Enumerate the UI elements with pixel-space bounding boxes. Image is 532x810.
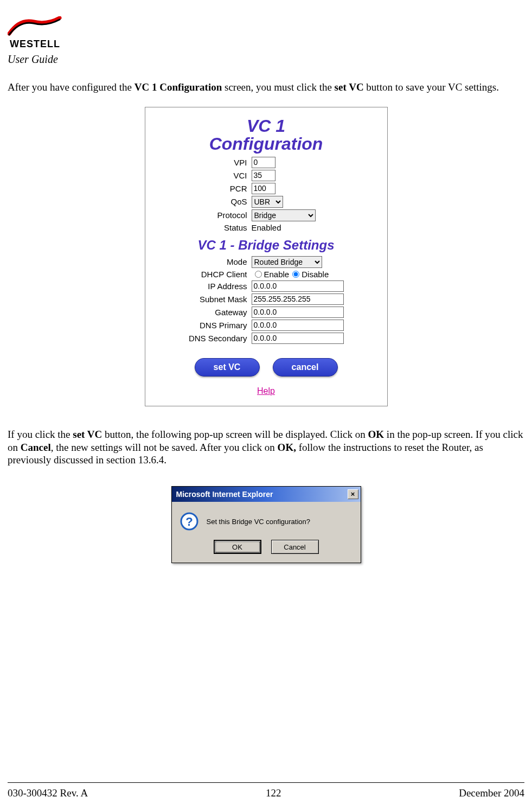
intro-paragraph-1: After you have configured the VC 1 Confi… [8, 81, 524, 94]
gateway-label: Gateway [151, 308, 252, 317]
dns1-label: DNS Primary [151, 321, 252, 330]
brand-name: WESTELL [10, 39, 524, 50]
panel-subtitle: VC 1 - Bridge Settings [151, 238, 382, 253]
panel-title: VC 1 Configuration [151, 117, 382, 154]
dialog-title: Microsoft Internet Explorer [176, 490, 273, 499]
dhcp-disable-label: Disable [302, 270, 329, 279]
intro-paragraph-2: If you click the set VC button, the foll… [8, 428, 524, 467]
vc1-config-panel: VC 1 Configuration VPI VCI PCR QoS UBR P… [145, 107, 388, 406]
ip-label: IP Address [151, 282, 252, 291]
dns1-input[interactable] [252, 320, 344, 331]
dialog-cancel-button[interactable]: Cancel [271, 540, 319, 554]
dialog-message: Set this Bridge VC configuration? [207, 518, 311, 526]
set-vc-button[interactable]: set VC [195, 358, 260, 377]
mode-select[interactable]: Routed Bridge [252, 256, 322, 268]
vci-input[interactable] [252, 170, 275, 181]
pcr-label: PCR [151, 184, 252, 193]
svg-text:?: ? [185, 515, 193, 528]
swoosh-icon [8, 16, 62, 38]
protocol-select[interactable]: Bridge [252, 209, 316, 221]
close-icon[interactable]: × [348, 489, 358, 499]
pcr-input[interactable] [252, 183, 275, 194]
question-icon: ? [180, 512, 199, 531]
subnet-label: Subnet Mask [151, 295, 252, 304]
vpi-label: VPI [151, 158, 252, 167]
ie-confirm-dialog: Microsoft Internet Explorer × ? Set this… [171, 486, 361, 563]
qos-select[interactable]: UBR [252, 196, 283, 208]
dhcp-enable-radio[interactable] [255, 271, 262, 278]
page-footer: 030-300432 Rev. A 122 December 2004 [8, 782, 524, 799]
mode-label: Mode [151, 257, 252, 266]
status-value: Enabled [252, 223, 281, 232]
brand-logo: WESTELL [8, 16, 524, 50]
ip-input[interactable] [252, 280, 344, 292]
help-link[interactable]: Help [151, 386, 382, 396]
qos-label: QoS [151, 197, 252, 206]
dns2-label: DNS Secondary [151, 334, 252, 343]
gateway-input[interactable] [252, 307, 344, 318]
vpi-input[interactable] [252, 157, 275, 168]
footer-right: December 2004 [459, 787, 524, 799]
doc-label: User Guide [8, 53, 524, 66]
dhcp-disable-radio[interactable] [292, 271, 299, 278]
dialog-titlebar: Microsoft Internet Explorer × [172, 487, 361, 502]
protocol-label: Protocol [151, 211, 252, 220]
dhcp-enable-label: Enable [264, 270, 290, 279]
status-label: Status [151, 223, 252, 232]
footer-center: 122 [266, 787, 281, 799]
subnet-input[interactable] [252, 294, 344, 305]
footer-left: 030-300432 Rev. A [8, 787, 88, 799]
dns2-input[interactable] [252, 333, 344, 344]
cancel-button[interactable]: cancel [273, 358, 338, 377]
dialog-ok-button[interactable]: OK [214, 540, 261, 554]
vci-label: VCI [151, 171, 252, 180]
dhcp-label: DHCP Client [151, 270, 252, 279]
